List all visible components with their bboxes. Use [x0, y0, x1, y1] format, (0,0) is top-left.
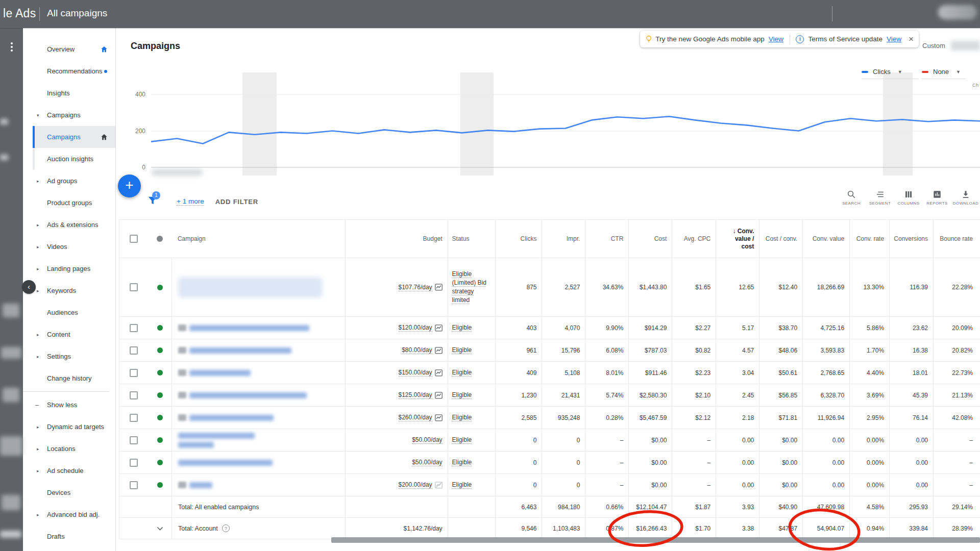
expand-triangle-icon[interactable]: ▸ [37, 179, 39, 184]
date-range-label[interactable]: Custom [922, 42, 945, 49]
enabled-status-dot[interactable] [157, 325, 163, 331]
select-all-checkbox[interactable] [130, 235, 138, 243]
sidebar-item-ad-groups[interactable]: ▸Ad groups [33, 170, 115, 192]
sidebar-item-devices[interactable]: Devices [33, 482, 115, 504]
row-checkbox[interactable] [130, 346, 138, 355]
edit-budget-icon[interactable] [435, 392, 443, 399]
status-value[interactable]: Eligible [452, 346, 472, 355]
column-header-conv_rate[interactable]: Conv. rate [849, 220, 889, 258]
row-checkbox[interactable] [130, 481, 138, 489]
edit-budget-icon[interactable] [435, 284, 443, 291]
row-checkbox[interactable] [130, 436, 138, 444]
sidebar-item-locations[interactable]: ▸Locations [33, 438, 115, 460]
row-checkbox[interactable] [130, 324, 138, 332]
add-filter-button[interactable]: ADD FILTER [215, 198, 258, 206]
expand-triangle-icon[interactable]: ▸ [37, 424, 39, 430]
column-header-status[interactable]: Status [448, 220, 495, 258]
sidebar-item-advanced-bid-adj-[interactable]: ▸Advanced bid adj. [33, 504, 115, 525]
campaign-name-redacted[interactable] [189, 325, 309, 331]
edit-budget-icon[interactable] [435, 482, 443, 489]
tos-view-link[interactable]: View [887, 35, 901, 43]
column-header-cost_conv[interactable]: Cost / conv. [759, 220, 802, 258]
account-avatar-redacted[interactable] [938, 5, 977, 19]
expand-triangle-icon[interactable]: ▸ [37, 446, 39, 452]
budget-value[interactable]: $80.00/day [402, 346, 432, 354]
expand-triangle-icon[interactable]: ▸ [37, 468, 39, 473]
sidebar-item-show-less[interactable]: −Show less [33, 394, 115, 416]
chevron-down-icon[interactable] [157, 527, 163, 531]
column-header-conv_value[interactable]: Conv. value [802, 220, 849, 258]
column-header-impr[interactable]: Impr. [542, 220, 585, 258]
campaign-name-redacted[interactable] [178, 460, 273, 466]
download-button[interactable]: DOWNLOAD [951, 190, 980, 206]
legend-none-dropdown[interactable]: None ▼ [922, 68, 966, 79]
columns-button[interactable]: COLUMNS [894, 190, 923, 206]
campaign-name-redacted[interactable] [189, 415, 274, 421]
expand-triangle-icon[interactable]: ▸ [37, 244, 39, 249]
filter-funnel-icon[interactable]: 1 [147, 195, 158, 208]
expand-triangle-icon[interactable]: ▸ [37, 222, 39, 228]
collapse-triangle-icon[interactable]: ▾ [37, 113, 39, 118]
budget-value[interactable]: $107.76/day [399, 284, 432, 291]
close-icon[interactable]: × [909, 34, 914, 44]
enabled-status-dot[interactable] [157, 392, 163, 398]
enabled-status-dot[interactable] [157, 482, 163, 488]
budget-value[interactable]: $50.00/day [412, 459, 442, 466]
legend-clicks-dropdown[interactable]: Clicks ▼ [862, 68, 919, 79]
budget-value[interactable]: $50.00/day [412, 436, 442, 444]
sidebar-item-product-groups[interactable]: Product groups [33, 192, 115, 214]
expand-triangle-icon[interactable]: ▸ [37, 512, 39, 517]
horizontal-scrollbar[interactable] [331, 537, 980, 543]
row-checkbox[interactable] [130, 414, 138, 422]
new-campaign-fab[interactable]: + [118, 174, 141, 197]
row-checkbox[interactable] [130, 459, 138, 467]
status-value[interactable]: Eligible [452, 323, 472, 332]
budget-value[interactable]: $200.00/day [399, 481, 432, 489]
row-checkbox[interactable] [130, 283, 138, 291]
enabled-status-dot[interactable] [157, 285, 163, 290]
expand-triangle-icon[interactable]: ▸ [37, 266, 39, 271]
promo-view-link[interactable]: View [769, 35, 783, 43]
status-value[interactable]: Eligible [452, 436, 472, 444]
sidebar-item-campaigns[interactable]: Campaigns [33, 126, 115, 148]
campaign-name-redacted[interactable] [178, 277, 322, 297]
sidebar-item-videos[interactable]: ▸Videos [33, 236, 115, 258]
enabled-status-dot[interactable] [157, 460, 163, 465]
edit-budget-icon[interactable] [435, 347, 443, 354]
sidebar-item-audiences[interactable]: Audiences [33, 302, 115, 323]
date-range-redacted[interactable] [951, 41, 980, 51]
sidebar-collapse-handle[interactable]: ‹ [22, 280, 36, 294]
budget-value[interactable]: $260.00/day [399, 414, 432, 421]
column-header-clicks[interactable]: Clicks [495, 220, 542, 258]
sidebar-item-auction-insights[interactable]: Auction insights [33, 148, 115, 170]
sidebar-item-drafts[interactable]: Drafts [33, 525, 115, 547]
sidebar-item-ads-extensions[interactable]: ▸Ads & extensions [33, 214, 115, 236]
sidebar-item-dynamic-ad-targets[interactable]: ▸Dynamic ad targets [33, 416, 115, 438]
column-header-budget[interactable]: Budget [345, 220, 448, 258]
status-value[interactable]: Eligible [452, 368, 472, 377]
row-checkbox[interactable] [130, 369, 138, 377]
segment-button[interactable]: SEGMENT [866, 190, 894, 206]
edit-budget-icon[interactable] [435, 369, 443, 377]
campaign-name-redacted[interactable] [189, 482, 212, 488]
sidebar-item-experiments[interactable]: ▸Experiments [33, 547, 115, 551]
enabled-status-dot[interactable] [157, 437, 163, 443]
help-circle-icon[interactable]: ? [222, 524, 230, 532]
sidebar-item-change-history[interactable]: Change history [33, 367, 115, 389]
column-header-bounce[interactable]: Bounce rate [933, 220, 980, 258]
sidebar-item-keywords[interactable]: ▸Keywords [33, 280, 115, 302]
column-header-ctr[interactable]: CTR [585, 220, 628, 258]
status-value[interactable]: Eligible (Limited) Bid strategy limited [452, 270, 491, 305]
sidebar-item-content[interactable]: ▸Content [33, 323, 115, 345]
sidebar-item-campaigns[interactable]: ▾Campaigns [33, 104, 115, 126]
more-filters-link[interactable]: + 1 more [177, 197, 204, 206]
edit-budget-icon[interactable] [435, 324, 443, 332]
sidebar-item-ad-schedule[interactable]: ▸Ad schedule [33, 460, 115, 482]
column-header-cost[interactable]: Cost [628, 220, 672, 258]
status-value[interactable]: Eligible [452, 481, 472, 489]
campaign-name-redacted[interactable] [189, 392, 307, 398]
enabled-status-dot[interactable] [157, 370, 163, 375]
kebab-menu-icon[interactable] [10, 42, 13, 53]
search-table-button[interactable]: SEARCH [837, 190, 866, 206]
expand-triangle-icon[interactable]: ▸ [37, 354, 39, 359]
